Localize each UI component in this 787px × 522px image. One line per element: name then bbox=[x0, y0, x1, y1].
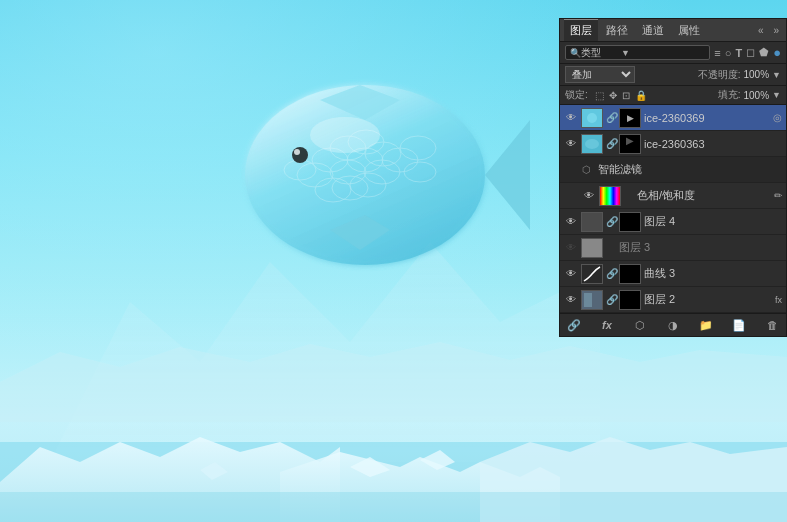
layer-thumbnail bbox=[581, 238, 603, 258]
panel-tabs: 图层 路径 通道 属性 « » bbox=[560, 19, 786, 42]
tab-channels[interactable]: 通道 bbox=[636, 20, 670, 41]
svg-rect-37 bbox=[582, 239, 602, 257]
ice-fish bbox=[200, 30, 540, 310]
layer-filter-icon-2[interactable]: ○ bbox=[725, 47, 732, 59]
layer-search-box[interactable]: 🔍 ▼ bbox=[565, 45, 710, 60]
search-icon: 🔍 bbox=[570, 48, 581, 58]
svg-rect-36 bbox=[582, 213, 602, 231]
layer-filter-icon-1[interactable]: ≡ bbox=[714, 47, 720, 59]
add-mask-button[interactable]: ⬡ bbox=[631, 317, 649, 333]
layer-visibility-toggle[interactable]: 👁 bbox=[564, 241, 578, 255]
layer-row[interactable]: 👁 🔗 图层 4 bbox=[560, 209, 786, 235]
layer-thumbnail bbox=[581, 264, 603, 284]
svg-point-20 bbox=[292, 147, 308, 163]
svg-point-35 bbox=[585, 139, 599, 149]
smart-filter-icon: ⬡ bbox=[582, 164, 591, 175]
svg-point-33 bbox=[587, 113, 597, 123]
layer-mask-thumb bbox=[619, 290, 641, 310]
layers-panel: 图层 路径 通道 属性 « » 🔍 ▼ ≡ ○ T ◻ ⬟ ● 叠加 不透明度:… bbox=[559, 18, 787, 337]
layer-visibility-toggle[interactable]: 👁 bbox=[582, 189, 596, 203]
layer-filter-icon-3[interactable]: T bbox=[735, 47, 742, 59]
layer-thumbnail bbox=[581, 212, 603, 232]
search-input[interactable] bbox=[581, 47, 621, 58]
layer-filter-icon-5[interactable]: ⬟ bbox=[759, 46, 769, 59]
layer-mask-thumb bbox=[619, 264, 641, 284]
new-layer-button[interactable]: 📄 bbox=[730, 317, 748, 333]
layer-link-icon[interactable]: 🔗 bbox=[606, 112, 616, 123]
layer-row[interactable]: 👁 🔗 ▶ ice-2360369 ◎ bbox=[560, 105, 786, 131]
fill-dropdown[interactable]: ▼ bbox=[772, 90, 781, 100]
svg-marker-2 bbox=[485, 120, 530, 230]
search-dropdown-arrow[interactable]: ▼ bbox=[621, 48, 630, 58]
opacity-value: 100% bbox=[744, 69, 770, 80]
svg-marker-31 bbox=[0, 342, 787, 422]
panel-footer: 🔗 fx ⬡ ◑ 📁 📄 🗑 bbox=[560, 313, 786, 336]
layers-list: 👁 🔗 ▶ ice-2360369 ◎ 👁 🔗 ▶ ice-2360363 bbox=[560, 105, 786, 313]
svg-point-22 bbox=[310, 117, 380, 153]
layer-row[interactable]: 👁 色相/饱和度 ✏ bbox=[560, 183, 786, 209]
layer-thumbnail bbox=[581, 290, 603, 310]
lock-move-icon[interactable]: ✥ bbox=[609, 90, 617, 101]
layer-mask-thumb: ▶ bbox=[619, 134, 641, 154]
layer-name: 图层 2 bbox=[644, 292, 772, 307]
new-group-button[interactable]: 📁 bbox=[697, 317, 715, 333]
layer-thumbnail bbox=[581, 108, 603, 128]
panel-collapse-right[interactable]: » bbox=[770, 23, 782, 38]
layer-name: 图层 4 bbox=[644, 214, 782, 229]
tab-properties[interactable]: 属性 bbox=[672, 20, 706, 41]
layer-link-icon[interactable]: 🔗 bbox=[606, 138, 616, 149]
layer-row[interactable]: 👁 🔗 图层 2 fx bbox=[560, 287, 786, 313]
opacity-label: 不透明度: bbox=[698, 68, 741, 82]
layer-name: ice-2360363 bbox=[644, 138, 782, 150]
lock-transparent-icon[interactable]: ⬚ bbox=[595, 90, 604, 101]
layer-row[interactable]: 👁 🔗 曲线 3 bbox=[560, 261, 786, 287]
layer-link-icon[interactable]: 🔗 bbox=[606, 216, 616, 227]
layer-mask-thumb: ▶ bbox=[619, 108, 641, 128]
svg-point-21 bbox=[294, 149, 300, 155]
blend-mode-row: 叠加 不透明度: 100% ▼ bbox=[560, 64, 786, 86]
layer-row[interactable]: 👁 🔗 ▶ ice-2360363 bbox=[560, 131, 786, 157]
layer-visibility-toggle[interactable]: 👁 bbox=[564, 215, 578, 229]
layer-visibility-toggle[interactable]: 👁 bbox=[564, 267, 578, 281]
svg-rect-40 bbox=[584, 293, 592, 307]
layer-fx-label: fx bbox=[775, 295, 782, 305]
layer-link-icon[interactable]: 🔗 bbox=[606, 294, 616, 305]
layer-name: 智能滤镜 bbox=[598, 162, 782, 177]
svg-rect-30 bbox=[0, 492, 787, 522]
layer-thumbnail bbox=[599, 186, 621, 206]
fill-label: 填充: bbox=[718, 88, 741, 102]
layer-name: ice-2360369 bbox=[644, 112, 768, 124]
layer-row[interactable]: 👁 图层 3 bbox=[560, 235, 786, 261]
layer-mask-thumb bbox=[619, 212, 641, 232]
lock-row: 锁定: ⬚ ✥ ⊡ 🔒 填充: 100% ▼ bbox=[560, 86, 786, 105]
layer-write-icon: ✏ bbox=[774, 190, 782, 201]
new-adjustment-button[interactable]: ◑ bbox=[664, 317, 682, 333]
link-layers-button[interactable]: 🔗 bbox=[565, 317, 583, 333]
lock-artboard-icon[interactable]: ⊡ bbox=[622, 90, 630, 101]
layer-name: 图层 3 bbox=[619, 240, 782, 255]
opacity-dropdown[interactable]: ▼ bbox=[772, 70, 781, 80]
layer-filter-icon-4[interactable]: ◻ bbox=[746, 46, 755, 59]
layer-visibility-toggle[interactable]: 👁 bbox=[564, 293, 578, 307]
tab-layers[interactable]: 图层 bbox=[564, 19, 598, 41]
panel-collapse-left[interactable]: « bbox=[755, 23, 767, 38]
layer-link-icon[interactable]: 🔗 bbox=[606, 268, 616, 279]
layer-thumbnail bbox=[581, 134, 603, 154]
layer-extra: ◎ bbox=[773, 112, 782, 123]
layer-name: 色相/饱和度 bbox=[637, 188, 771, 203]
layer-name: 曲线 3 bbox=[644, 266, 782, 281]
add-fx-button[interactable]: fx bbox=[598, 317, 616, 333]
lock-label: 锁定: bbox=[565, 88, 588, 102]
layer-filter-toggle[interactable]: ● bbox=[773, 45, 781, 60]
layer-row[interactable]: ⬡ 智能滤镜 bbox=[560, 157, 786, 183]
lock-all-icon[interactable]: 🔒 bbox=[635, 90, 647, 101]
fill-value: 100% bbox=[744, 90, 770, 101]
delete-layer-button[interactable]: 🗑 bbox=[763, 317, 781, 333]
layer-visibility-toggle[interactable]: 👁 bbox=[564, 111, 578, 125]
blend-mode-select[interactable]: 叠加 bbox=[565, 66, 635, 83]
search-row: 🔍 ▼ ≡ ○ T ◻ ⬟ ● bbox=[560, 42, 786, 64]
layer-visibility-toggle[interactable]: 👁 bbox=[564, 137, 578, 151]
tab-paths[interactable]: 路径 bbox=[600, 20, 634, 41]
